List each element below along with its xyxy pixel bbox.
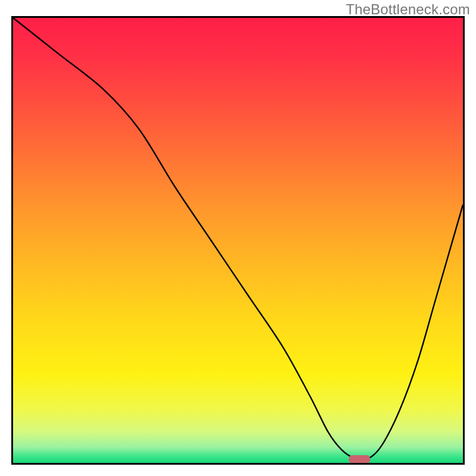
bottleneck-curve-chart xyxy=(0,0,476,476)
watermark-label: TheBottleneck.com xyxy=(346,1,470,18)
plot-border xyxy=(11,463,465,465)
gradient-background xyxy=(13,18,463,463)
plot-border xyxy=(463,16,465,465)
optimal-marker xyxy=(349,455,370,464)
plot-border xyxy=(11,16,13,465)
chart-frame: TheBottleneck.com xyxy=(0,0,476,476)
